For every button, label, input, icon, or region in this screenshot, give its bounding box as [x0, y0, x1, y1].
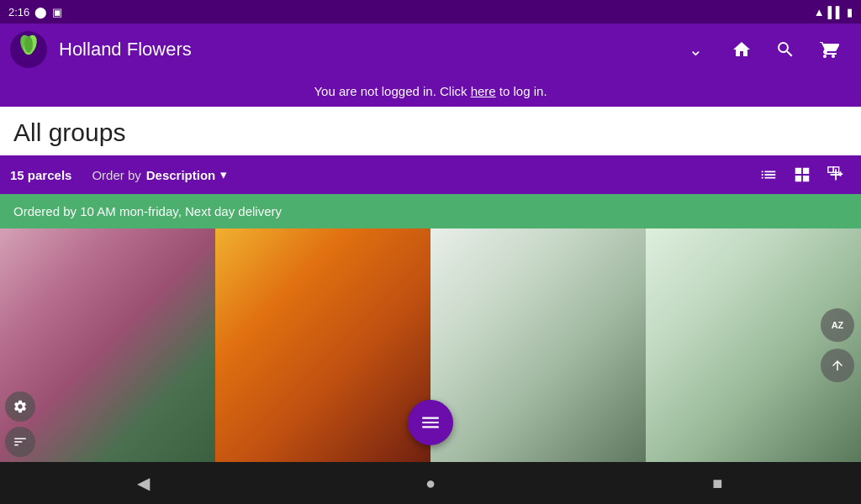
scroll-top-button[interactable]	[821, 349, 854, 382]
toolbar: 15 parcels Order by Description ▾	[0, 155, 861, 194]
login-banner: You are not logged in. Click here to log…	[0, 76, 861, 107]
order-by-button[interactable]: Order by Description ▾	[85, 164, 234, 186]
product-card-2[interactable]	[215, 228, 430, 462]
back-button[interactable]: ◀	[123, 462, 165, 504]
page-title-bar: All groups	[0, 107, 861, 155]
status-icons: ▲ ▌▌ ▮	[814, 6, 853, 18]
app-bar-chevron-icon[interactable]: ⌄	[689, 39, 703, 60]
order-by-value: Description	[146, 168, 216, 182]
app-bar: Holland Flowers ⌄	[0, 24, 861, 76]
home-nav-button[interactable]: ●	[409, 462, 452, 504]
order-by-chevron-icon: ▾	[220, 167, 227, 182]
app-bar-actions	[720, 24, 851, 76]
page-title: All groups	[13, 118, 848, 147]
recents-button[interactable]: ■	[696, 462, 738, 504]
product-grid: AZ	[0, 228, 861, 462]
card-overlay-1	[0, 386, 215, 462]
login-text-2: to log in.	[496, 84, 547, 98]
parcels-count: 15 parcels	[10, 168, 71, 182]
cart-button[interactable]	[807, 24, 851, 76]
app-logo	[10, 31, 47, 68]
product-card-1[interactable]	[0, 228, 215, 462]
status-time: 2:16	[8, 6, 29, 18]
app-title: Holland Flowers	[59, 39, 689, 60]
delivery-text: Ordered by 10 AM mon-friday, Next day de…	[13, 204, 282, 218]
svg-point-3	[24, 36, 33, 53]
battery-status-icon: ▮	[847, 6, 853, 18]
wifi-icon: ▲	[814, 6, 825, 18]
list-view-button[interactable]	[753, 160, 784, 190]
bottom-nav: ◀ ● ■	[0, 462, 861, 504]
card-1-icons	[5, 391, 35, 457]
add-column-button[interactable]	[821, 160, 851, 190]
fab-menu-button[interactable]	[408, 400, 453, 445]
card-1-filter-icon[interactable]	[5, 427, 35, 457]
grid-view-button[interactable]	[787, 160, 817, 190]
signal-icon: ▌▌	[828, 6, 843, 18]
home-button[interactable]	[720, 24, 763, 76]
login-text: You are not logged in. Click	[314, 84, 470, 98]
order-by-label: Order by	[92, 168, 140, 182]
card-4-float-actions: AZ	[821, 308, 854, 382]
delivery-banner: Ordered by 10 AM mon-friday, Next day de…	[0, 194, 861, 228]
toolbar-view-icons	[753, 160, 851, 190]
product-card-3[interactable]	[430, 228, 646, 462]
card-1-settings-icon[interactable]	[5, 391, 35, 422]
status-bar: 2:16 ⬤ ▣ ▲ ▌▌ ▮	[0, 0, 861, 24]
product-card-4[interactable]: AZ	[646, 228, 861, 462]
svg-rect-4	[828, 167, 833, 172]
search-button[interactable]	[763, 24, 807, 76]
record-icon: ⬤	[34, 6, 47, 18]
battery-icon: ▣	[52, 6, 62, 18]
login-link[interactable]: here	[471, 84, 496, 98]
az-sort-button[interactable]: AZ	[821, 308, 854, 342]
